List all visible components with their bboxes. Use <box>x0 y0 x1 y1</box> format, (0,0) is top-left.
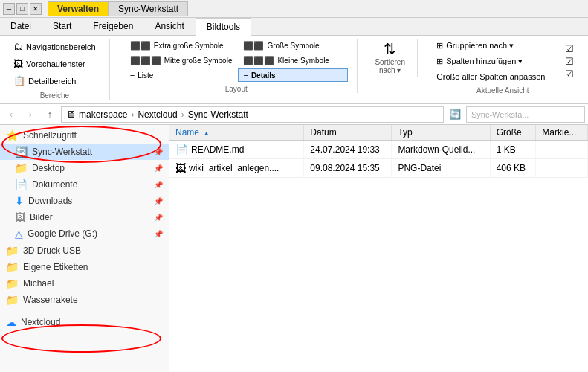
btn-details[interactable]: ≡ Details <box>238 68 347 82</box>
sidebar-item-downloads[interactable]: ⬇ Downloads 📌 <box>0 193 169 209</box>
sidebar-item-bilder[interactable]: 🖼 Bilder 📌 <box>0 209 169 225</box>
checkbox-1[interactable]: ☑ <box>565 43 574 54</box>
file-table: Name ▲ Datum Typ Größe Markie... 📄 READM… <box>169 125 588 178</box>
breadcrumb-sync-werkstatt[interactable]: Sync-Werkstatt <box>187 109 250 120</box>
columns-icon: ⊞ <box>436 57 443 66</box>
refresh-button[interactable]: 🔄 <box>447 106 463 123</box>
search-bar[interactable]: Sync-Werksta... <box>466 106 585 123</box>
ribbon-group-sort: ⇅ Sortieren nach ▾ <box>369 39 418 77</box>
file-icon-readme: 📄 <box>175 144 188 155</box>
ribbon-tab-row: Datei Start Freigeben Ansicht Bildtools <box>0 18 588 36</box>
pin-bilder: 📌 <box>154 214 163 222</box>
breadcrumb-makerspace[interactable]: makerspace <box>77 109 129 120</box>
sort-icon: ⇅ <box>384 40 396 58</box>
search-placeholder: Sync-Werksta... <box>471 110 529 119</box>
file-name-cell-wiki: 🖼 wiki_artikel_anlegen.... <box>169 159 304 178</box>
bilder-icon: 🖼 <box>15 211 25 223</box>
sidebar-item-schnellzugriff[interactable]: ⭐ Schnellzugriff <box>0 125 169 144</box>
main-layout: ⭐ Schnellzugriff 🔄 Sync-Werkstatt 📌 📁 De… <box>0 125 588 372</box>
btn-spalten-hinzufuegen[interactable]: ⊞ Spalten hinzufügen ▾ <box>431 54 550 68</box>
extra-gross-icon: ⬛⬛ <box>130 41 151 51</box>
group-label-bereiche: Bereiche <box>40 92 69 100</box>
btn-sortieren[interactable]: ⇅ Sortieren nach ▾ <box>372 39 408 76</box>
sidebar-item-wasserrakete[interactable]: 📁 Wasserrakete <box>0 292 169 308</box>
sidebar-item-desktop[interactable]: 📁 Desktop 📌 <box>0 160 169 176</box>
file-icon-wiki: 🖼 <box>175 162 186 174</box>
sidebar-item-michael[interactable]: 📁 Michael <box>0 275 169 292</box>
col-header-name[interactable]: Name ▲ <box>169 125 304 141</box>
col-header-date[interactable]: Datum <box>304 125 392 141</box>
table-row[interactable]: 📄 README.md 24.07.2024 19:33 Markdown-Qu… <box>169 141 588 159</box>
checkbox-2[interactable]: ☑ <box>565 56 574 67</box>
col-header-size[interactable]: Größe <box>490 125 536 141</box>
ribbon-group-ansicht: ⊞ Gruppieren nach ▾ ⊞ Spalten hinzufügen… <box>430 39 582 94</box>
nextcloud-sidebar-icon: ☁ <box>6 316 16 328</box>
file-date-wiki: 09.08.2024 15:35 <box>304 159 392 178</box>
btn-gross[interactable]: ⬛⬛ Große Symbole <box>238 39 347 53</box>
file-size-readme: 1 KB <box>490 141 536 159</box>
table-row[interactable]: 🖼 wiki_artikel_anlegen.... 09.08.2024 15… <box>169 159 588 178</box>
close-button[interactable]: ✕ <box>30 3 42 15</box>
btn-klein[interactable]: ⬛⬛⬛ Kleine Symbole <box>238 54 347 68</box>
btn-spalten-groesse[interactable]: Größe aller Spalten anpassen <box>431 70 550 83</box>
btn-extra-gross[interactable]: ⬛⬛ Extra große Symbole <box>125 39 238 53</box>
michael-icon: 📁 <box>6 278 19 289</box>
breadcrumb-nextcloud[interactable]: Nextcloud <box>136 109 178 120</box>
tab-sync-werkstatt-title[interactable]: Sync-Werkstatt <box>109 1 188 16</box>
klein-icon: ⬛⬛⬛ <box>243 56 274 65</box>
details-icon: ≡ <box>243 71 248 80</box>
title-bar: ─ □ ✕ Verwalten Sync-Werkstatt <box>0 0 588 18</box>
file-date-readme: 24.07.2024 19:33 <box>304 141 392 159</box>
tab-datei[interactable]: Datei <box>0 18 42 35</box>
file-type-readme: Markdown-Quelld... <box>392 141 490 159</box>
detail-icon: 📋 <box>13 75 25 86</box>
table-header-row: Name ▲ Datum Typ Größe Markie... <box>169 125 588 141</box>
col-header-type[interactable]: Typ <box>392 125 490 141</box>
sidebar-item-3d-druck[interactable]: 📁 3D Druck USB <box>0 242 169 259</box>
tab-start[interactable]: Start <box>42 18 83 35</box>
pin-gdrive: 📌 <box>154 230 163 238</box>
desktop-icon: 📁 <box>15 162 28 174</box>
forward-button[interactable]: › <box>22 106 39 123</box>
sync-werkstatt-icon: 🔄 <box>15 146 28 158</box>
btn-liste[interactable]: ≡ Liste <box>125 68 238 82</box>
sidebar: ⭐ Schnellzugriff 🔄 Sync-Werkstatt 📌 📁 De… <box>0 125 169 372</box>
tab-bildtools[interactable]: Bildtools <box>196 18 251 36</box>
btn-vorschaufenster[interactable]: 🖼 Vorschaufenster <box>8 56 101 71</box>
pin-downloads: 📌 <box>154 197 163 205</box>
schnellzugriff-icon: ⭐ <box>6 129 19 141</box>
file-mark-readme <box>536 141 588 159</box>
minimize-button[interactable]: ─ <box>3 3 15 15</box>
ribbon-group-bereiche: 🗂 Navigationsbereich 🖼 Vorschaufenster 📋… <box>6 39 110 100</box>
sidebar-item-nextcloud[interactable]: ☁ Nextcloud <box>0 314 169 330</box>
breadcrumb-folder-icon: 🖥 <box>66 109 76 120</box>
btn-mittelgross[interactable]: ⬛⬛⬛ Mittelgroße Symbole <box>125 54 238 68</box>
back-button[interactable]: ‹ <box>3 106 19 123</box>
sidebar-item-sync-werkstatt[interactable]: 🔄 Sync-Werkstatt 📌 <box>0 144 169 160</box>
checkbox-3[interactable]: ☑ <box>565 68 574 80</box>
tab-verwalten[interactable]: Verwalten <box>48 1 109 16</box>
btn-detailbereich[interactable]: 📋 Detailbereich <box>8 73 101 89</box>
tab-freigeben[interactable]: Freigeben <box>83 18 144 35</box>
sidebar-item-eigene-etiketten[interactable]: 📁 Eigene Etiketten <box>0 259 169 275</box>
3d-icon: 📁 <box>6 245 19 257</box>
btn-gruppieren[interactable]: ⊞ Gruppieren nach ▾ <box>431 39 550 53</box>
file-mark-wiki <box>536 159 588 178</box>
up-button[interactable]: ↑ <box>42 106 58 123</box>
group-icon: ⊞ <box>436 41 443 51</box>
file-type-wiki: PNG-Datei <box>392 159 490 178</box>
file-list: 📄 README.md 24.07.2024 19:33 Markdown-Qu… <box>169 141 588 178</box>
sidebar-item-google-drive[interactable]: △ Google Drive (G:) 📌 <box>0 225 169 242</box>
window-controls[interactable]: ─ □ ✕ <box>3 3 42 15</box>
ribbon-group-layout: ⬛⬛ Extra große Symbole ⬛⬛ Große Symbole … <box>122 39 358 93</box>
ribbon: Datei Start Freigeben Ansicht Bildtools … <box>0 18 588 104</box>
btn-navigationsbereich[interactable]: 🗂 Navigationsbereich <box>8 39 101 54</box>
col-header-mark[interactable]: Markie... <box>536 125 588 141</box>
tab-ansicht[interactable]: Ansicht <box>144 18 195 35</box>
sidebar-item-dokumente[interactable]: 📄 Dokumente 📌 <box>0 176 169 193</box>
restore-button[interactable]: □ <box>16 3 28 15</box>
sidebar-inner: ⭐ Schnellzugriff 🔄 Sync-Werkstatt 📌 📁 De… <box>0 125 169 330</box>
pin-desktop: 📌 <box>154 164 163 173</box>
file-size-wiki: 406 KB <box>490 159 536 178</box>
address-bar: ‹ › ↑ 🖥 makerspace › Nextcloud › Sync-We… <box>0 104 588 125</box>
